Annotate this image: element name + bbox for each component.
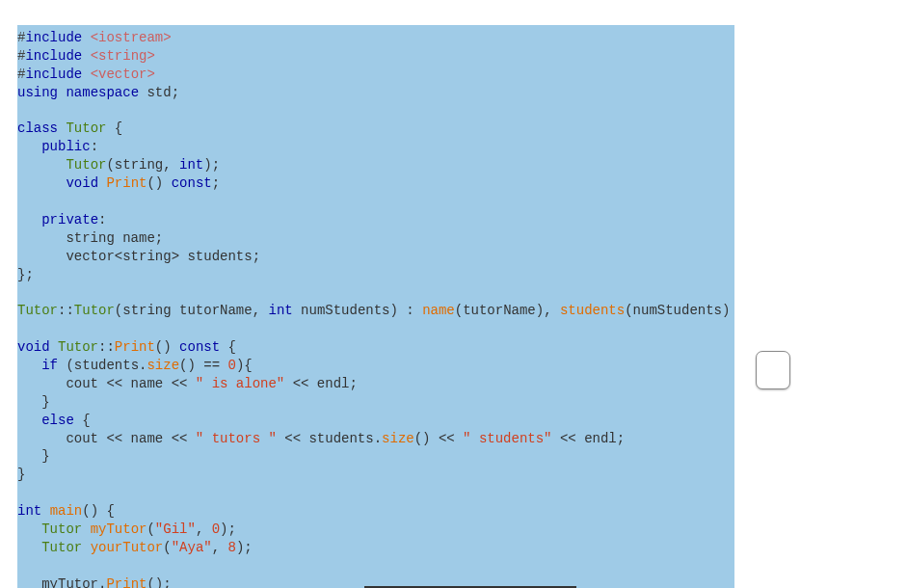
code-line	[17, 557, 734, 575]
code-token: " is alone"	[196, 376, 284, 391]
code-token: Tutor	[58, 339, 98, 355]
code-token: :	[91, 139, 98, 154]
code-token: string name;	[17, 230, 163, 246]
code-token: vector<string> students;	[17, 249, 260, 264]
code-token: else	[41, 413, 74, 428]
code-token: namespace	[66, 85, 139, 100]
code-token	[17, 521, 41, 537]
code-token: myTutor.	[17, 576, 106, 588]
code-token: class	[17, 120, 58, 136]
code-token	[17, 413, 41, 428]
code-token: include	[25, 30, 82, 45]
code-line: private:	[17, 211, 734, 229]
code-line: void Print() const;	[17, 174, 734, 193]
code-line: }	[17, 466, 734, 484]
code-token: std;	[139, 85, 179, 100]
code-token: () ==	[179, 358, 227, 373]
code-token: "Aya"	[172, 540, 212, 555]
code-token: " students"	[463, 431, 551, 446]
code-token: ()	[155, 339, 179, 355]
code-token: Print	[115, 339, 155, 355]
code-token: ::	[58, 303, 74, 318]
code-token	[82, 48, 90, 64]
code-token: size	[382, 431, 414, 446]
code-line	[17, 102, 734, 120]
code-line: #include <string>	[17, 47, 734, 66]
code-token: int	[17, 503, 41, 519]
code-line: void Tutor::Print() const {	[17, 338, 734, 357]
code-token: };	[17, 267, 34, 282]
code-token: :	[98, 212, 106, 227]
code-token: numStudents) :	[293, 303, 422, 318]
code-token: (numStudents) {}	[625, 303, 734, 318]
code-token: );	[236, 540, 253, 555]
code-token: 0	[212, 521, 220, 537]
code-token: ();	[147, 576, 171, 588]
code-token: {	[220, 339, 236, 355]
code-token: () {	[82, 503, 115, 519]
code-token: Tutor	[66, 157, 106, 173]
code-token: private	[41, 212, 98, 227]
code-token: Tutor	[41, 540, 82, 555]
code-token: );	[203, 157, 220, 173]
code-line: }	[17, 393, 734, 412]
code-token: }	[17, 394, 50, 410]
code-token: " tutors "	[196, 431, 277, 446]
code-token: Print	[106, 175, 147, 191]
code-line: Tutor::Tutor(string tutorName, int numSt…	[17, 302, 734, 320]
code-token: <string>	[91, 48, 155, 64]
code-token: const	[172, 175, 212, 191]
code-token: );	[220, 521, 236, 537]
code-token: include	[25, 48, 82, 64]
code-line: Tutor(string, int);	[17, 156, 734, 174]
code-token: name	[422, 303, 455, 318]
code-token	[82, 67, 90, 82]
code-token: Tutor	[66, 120, 106, 136]
code-line: #include <iostream>	[17, 29, 734, 47]
code-token: {	[106, 120, 122, 136]
code-token	[17, 157, 66, 173]
code-line: else {	[17, 412, 734, 430]
code-token: (tutorName),	[455, 303, 560, 318]
code-token: (students.	[58, 358, 147, 373]
code-token: int	[268, 303, 292, 318]
code-token: yourTutor	[91, 540, 164, 555]
side-box-button[interactable]	[756, 351, 790, 389]
code-line	[17, 484, 734, 502]
code-token: ,	[212, 540, 228, 555]
code-token: (	[147, 521, 154, 537]
code-line: Tutor yourTutor("Aya", 8);	[17, 539, 734, 557]
code-line: cout << name << " is alone" << endl;	[17, 375, 734, 393]
code-token: students	[560, 303, 625, 318]
code-token: ;	[212, 175, 220, 191]
code-token	[41, 503, 49, 519]
page: #include <iostream>#include <string>#inc…	[0, 0, 907, 588]
code-line: public:	[17, 138, 734, 156]
code-token: int	[179, 157, 203, 173]
code-token: size	[147, 358, 179, 373]
code-token: main	[50, 503, 83, 519]
code-line: string name;	[17, 229, 734, 248]
code-token: const	[179, 339, 220, 355]
code-line	[17, 320, 734, 338]
code-token: {	[74, 413, 91, 428]
code-token: void	[17, 339, 50, 355]
code-token: () <<	[414, 431, 463, 446]
code-line: int main() {	[17, 502, 734, 521]
code-token: cout << name <<	[17, 376, 196, 391]
code-line	[17, 193, 734, 211]
code-token	[17, 139, 41, 154]
code-token: void	[66, 175, 98, 191]
code-token: 0	[227, 358, 235, 373]
code-block: #include <iostream>#include <string>#inc…	[17, 25, 734, 588]
code-token: << endl;	[284, 376, 358, 391]
code-token: using	[17, 85, 58, 100]
code-line: if (students.size() == 0){	[17, 357, 734, 375]
code-token: ,	[196, 521, 212, 537]
code-token	[17, 212, 41, 227]
code-token: (string tutorName,	[115, 303, 269, 318]
code-token: ::	[98, 339, 115, 355]
code-token: "Gil"	[155, 521, 196, 537]
code-token: ()	[147, 175, 171, 191]
code-token	[17, 358, 41, 373]
